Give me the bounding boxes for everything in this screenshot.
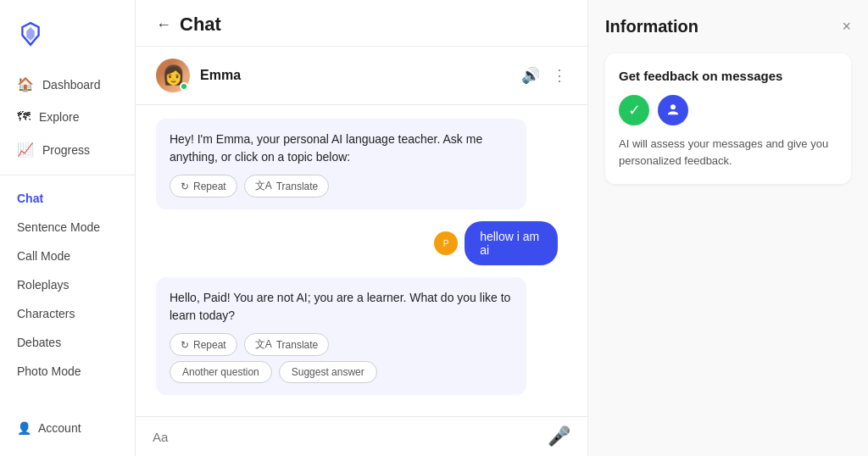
chat-panel: ← Chat 👩 Emma 🔊 ⋮ Hey! I'm Emma, your pe… (136, 0, 588, 456)
message-emma-2-actions: ↻ Repeat 文A Translate (170, 333, 513, 356)
translate-icon: 文A (255, 179, 272, 193)
emma-online-indicator (180, 82, 188, 91)
chat-input-bar: 🎤 (136, 416, 587, 456)
info-close-button[interactable]: × (842, 18, 851, 36)
sidebar: 🏠 Dashboard 🗺 Explore 📈 Progress Chat Se… (0, 0, 136, 456)
message-user-1-text: hellow i am ai (465, 221, 558, 265)
sidebar-item-dashboard[interactable]: 🏠 Dashboard (0, 68, 135, 101)
back-button[interactable]: ← (156, 16, 171, 34)
account-icon: 👤 (17, 421, 31, 435)
sidebar-item-characters[interactable]: Characters (0, 299, 135, 328)
message-emma-1-text: Hey! I'm Emma, your personal AI language… (170, 131, 513, 166)
sidebar-item-progress[interactable]: 📈 Progress (0, 133, 135, 166)
chat-header: ← Chat (136, 0, 587, 47)
sidebar-item-call-mode[interactable]: Call Mode (0, 242, 135, 270)
svg-point-0 (670, 104, 676, 109)
message-emma-2-text: Hello, Paid! You are not AI; you are a l… (170, 289, 513, 325)
more-button[interactable]: ⋮ (552, 66, 567, 85)
message-emma-1-actions: ↻ Repeat 文A Translate (170, 175, 513, 197)
sidebar-item-chat[interactable]: Chat (0, 184, 135, 213)
message-emma-1: Hey! I'm Emma, your personal AI language… (156, 119, 526, 209)
emma-card: 👩 Emma 🔊 ⋮ (136, 47, 587, 105)
suggest-answer-button[interactable]: Suggest answer (279, 361, 377, 383)
sidebar-item-roleplays[interactable]: Roleplays (0, 270, 135, 299)
sidebar-item-debates[interactable]: Debates (0, 328, 135, 357)
sidebar-item-account[interactable]: 👤 Account (0, 414, 135, 442)
chat-messages: Hey! I'm Emma, your personal AI language… (136, 105, 587, 416)
app-logo (0, 14, 135, 68)
sound-button[interactable]: 🔊 (521, 66, 540, 85)
info-title: Information (605, 17, 698, 36)
sidebar-item-explore[interactable]: 🗺 Explore (0, 101, 135, 133)
translate-button-2[interactable]: 文A Translate (244, 333, 330, 356)
translate-button-1[interactable]: 文A Translate (244, 175, 330, 197)
sidebar-divider (0, 175, 135, 175)
info-header: Information × (605, 17, 851, 36)
repeat-button-1[interactable]: ↻ Repeat (170, 175, 237, 197)
check-icon: ✓ (619, 95, 649, 125)
info-card: Get feedback on messages ✓ AI will asses… (605, 53, 851, 184)
repeat-icon-2: ↻ (181, 339, 189, 351)
repeat-button-2[interactable]: ↻ Repeat (170, 333, 237, 356)
emma-action-buttons: 🔊 ⋮ (521, 66, 567, 85)
emma-name: Emma (200, 68, 521, 83)
explore-icon: 🗺 (17, 109, 31, 125)
translate-icon-2: 文A (255, 337, 272, 352)
sidebar-item-sentence-mode[interactable]: Sentence Mode (0, 213, 135, 242)
person-icon (658, 95, 688, 125)
info-card-title: Get feedback on messages (619, 69, 837, 83)
message-user-1: P hellow i am ai (434, 221, 567, 265)
chat-input[interactable] (153, 430, 539, 444)
sidebar-item-photo-mode[interactable]: Photo Mode (0, 357, 135, 386)
info-icons: ✓ (619, 95, 837, 125)
info-card-description: AI will assess your messages and give yo… (619, 136, 837, 169)
mic-button[interactable]: 🎤 (548, 425, 570, 448)
info-panel: Information × Get feedback on messages ✓… (588, 0, 868, 456)
repeat-icon: ↻ (181, 181, 189, 192)
emma-avatar-wrap: 👩 (156, 58, 190, 92)
message-emma-2-extra-actions: Another question Suggest answer (170, 361, 513, 383)
chat-title: Chat (180, 14, 221, 36)
progress-icon: 📈 (17, 142, 34, 158)
another-question-button[interactable]: Another question (170, 361, 272, 383)
home-icon: 🏠 (17, 76, 34, 92)
message-emma-2: Hello, Paid! You are not AI; you are a l… (156, 277, 526, 395)
user-avatar: P (434, 231, 458, 255)
